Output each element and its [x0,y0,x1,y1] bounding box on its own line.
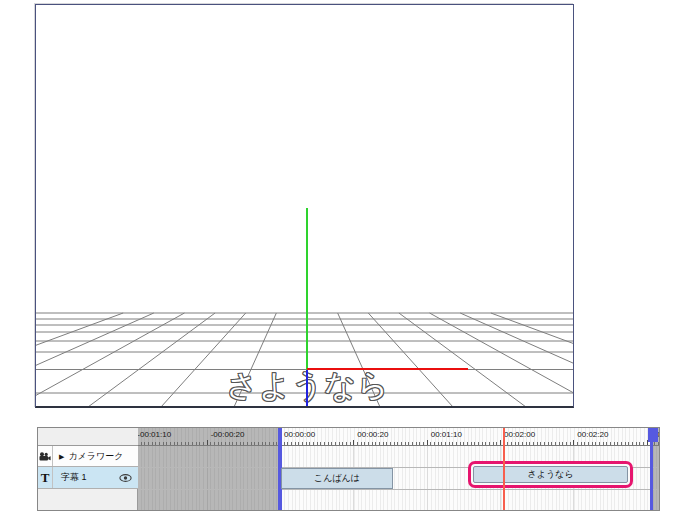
track-name-label: 字幕 1 [61,471,87,484]
grid-line [36,313,154,406]
track-type-cell: T [38,467,53,488]
major-gridline [207,446,208,510]
composition-end-line [650,428,653,510]
ruler-time-label: 00:00:00 [284,430,315,439]
playhead[interactable] [503,428,505,510]
grid-line [491,313,573,406]
expander-arrow-icon[interactable]: ▶ [59,453,64,460]
major-gridline [427,446,428,510]
camera-icon [39,452,51,461]
viewport-panel[interactable]: さようなら [35,4,574,408]
header-corner-cell [38,428,138,446]
y-axis-line [306,208,308,370]
grid-line [430,313,573,406]
clip-label: さようなら [473,466,628,483]
ruler-time-label: 00:02:00 [504,430,535,439]
pre-zero-zone [138,428,278,510]
subtitle-object[interactable]: さようなら [177,365,439,405]
timeline-panel: ▶カメラワークT字幕 1 -00:01:10-00:00:2000:00:000… [37,427,660,511]
ruler-time-label: -00:01:10 [138,430,171,439]
eye-icon [119,473,132,483]
track-name-cell: ▶カメラワーク [53,446,138,466]
visibility-toggle[interactable] [119,473,132,483]
timeline-clip-selected[interactable]: さようなら [468,461,633,488]
track-row-subtitle[interactable]: T字幕 1 [38,467,138,489]
app-window: さようなら ▶カメラワークT字幕 1 -00:01:10-00:00:2000:… [0,0,696,519]
row-separator [138,489,659,490]
ruler-time-label: 00:02:20 [577,430,608,439]
timeline-clip[interactable]: こんばんは [281,468,393,489]
grid-line [460,313,573,406]
track-name-cell: 字幕 1 [53,467,138,488]
track-name-label: カメラワーク [68,450,123,463]
track-row-camerawork[interactable]: ▶カメラワーク [38,446,138,467]
x-axis-line [307,368,468,370]
ruler-time-label: -00:00:20 [211,430,245,439]
perspective-grid [36,5,573,406]
ruler-time-label: 00:00:20 [357,430,388,439]
z-axis-line [306,370,308,407]
timeline-region[interactable]: -00:01:10-00:00:2000:00:0000:00:2000:01:… [138,428,659,510]
track-type-cell [38,446,53,466]
ruler-baseline [138,445,659,446]
track-header-column: ▶カメラワークT字幕 1 [38,428,138,510]
grid-line [36,313,184,406]
ruler-time-label: 00:01:10 [431,430,462,439]
text-tool-icon: T [41,470,50,486]
